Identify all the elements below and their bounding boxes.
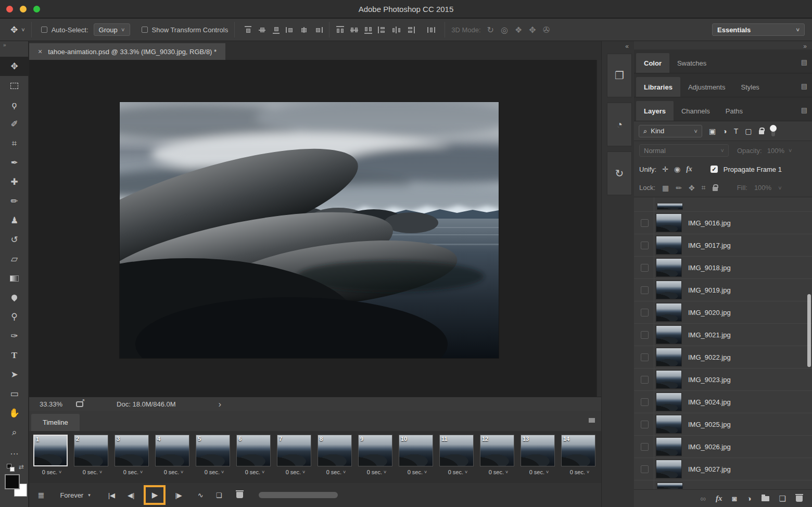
distribute-right-edges-icon[interactable]	[406, 26, 415, 34]
filter-shape-layers-icon[interactable]: ▢	[745, 127, 752, 135]
layer-row-partial[interactable]	[634, 480, 812, 489]
gradient-tool[interactable]	[0, 269, 29, 288]
layer-visibility-toggle[interactable]	[641, 376, 649, 384]
frame-delay-dropdown[interactable]: 0 sec. ˅	[358, 469, 395, 475]
duplicate-frame-button[interactable]: ❏	[216, 491, 222, 499]
layer-visibility-toggle[interactable]	[641, 421, 649, 428]
tab-channels[interactable]: Channels	[674, 101, 718, 121]
filter-adjustment-layers-icon[interactable]: ◑	[722, 127, 727, 135]
vertical-scrollbar[interactable]	[597, 60, 601, 397]
layer-visibility-toggle[interactable]	[641, 219, 649, 227]
timeline-frame[interactable]: 10 0 sec. ˅	[399, 435, 436, 483]
layer-style-icon[interactable]: fx	[716, 494, 722, 503]
collapsed-panel-button-2[interactable]: ◔	[607, 103, 632, 146]
canvas-area[interactable]	[29, 60, 601, 397]
convert-to-video-timeline-icon[interactable]: ≣	[37, 490, 44, 500]
rectangular-marquee-tool[interactable]	[0, 76, 29, 95]
layer-row[interactable]: IMG_9020.jpg	[634, 301, 812, 324]
layer-visibility-toggle[interactable]	[641, 309, 649, 316]
brush-tool[interactable]: ✏	[0, 192, 29, 211]
delete-frame-button[interactable]	[236, 492, 243, 498]
layer-visibility-toggle[interactable]	[641, 264, 649, 272]
link-layers-icon[interactable]: ∞	[700, 494, 706, 503]
swap-colors-icon[interactable]: ⇄	[19, 463, 24, 471]
distribute-bottom-edges-icon[interactable]	[364, 26, 373, 34]
timeline-frame[interactable]: 5 0 sec. ˅	[196, 435, 233, 483]
layer-thumbnail[interactable]	[656, 281, 682, 299]
tab-libraries[interactable]: Libraries	[636, 77, 680, 97]
frame-thumbnail[interactable]: 9	[358, 435, 392, 466]
document-tab[interactable]: × tahoe-animation.psd @ 33.3% (IMG_9030.…	[29, 43, 225, 60]
filter-toggle-switch[interactable]	[770, 125, 777, 137]
layer-visibility-toggle[interactable]	[641, 353, 649, 361]
propagate-frame-checkbox[interactable]: ✓	[710, 166, 718, 173]
layer-thumbnail[interactable]	[656, 437, 682, 456]
layer-row[interactable]: IMG_9022.jpg	[634, 346, 812, 369]
auto-select-checkbox[interactable]	[41, 27, 47, 33]
frame-delay-dropdown[interactable]: 0 sec. ˅	[521, 469, 557, 475]
tab-timeline[interactable]: Timeline	[31, 414, 80, 431]
zoom-tool[interactable]: ⌕	[0, 423, 29, 442]
adjustment-layer-icon[interactable]: ◑	[746, 494, 751, 503]
zoom-level-field[interactable]: 33.33%	[40, 400, 62, 408]
frame-thumbnail[interactable]: 3	[115, 435, 149, 466]
clone-stamp-tool[interactable]: ♟	[0, 211, 29, 230]
timeline-frame[interactable]: 13 0 sec. ˅	[521, 435, 557, 483]
frame-thumbnail[interactable]: 11	[439, 435, 474, 466]
timeline-frame[interactable]: 8 0 sec. ˅	[318, 435, 354, 483]
frame-thumbnail[interactable]: 10	[399, 435, 433, 466]
blend-mode-dropdown[interactable]: Normal ˅	[639, 144, 729, 157]
frame-delay-dropdown[interactable]: 0 sec. ˅	[155, 469, 192, 475]
timeline-frame[interactable]: 12 0 sec. ˅	[480, 435, 517, 483]
layer-thumbnail[interactable]	[656, 348, 682, 366]
drag-3d-icon[interactable]: ❖	[515, 25, 522, 35]
filter-pixel-layers-icon[interactable]: ▣	[709, 127, 716, 135]
type-tool[interactable]: T	[0, 346, 29, 365]
frame-delay-dropdown[interactable]: 0 sec. ˅	[480, 469, 517, 475]
panel-menu-icon[interactable]: ▤	[801, 58, 807, 66]
frame-thumbnail[interactable]: 2	[74, 435, 108, 466]
frame-delay-dropdown[interactable]: 0 sec. ˅	[115, 469, 151, 475]
tab-paths[interactable]: Paths	[718, 101, 751, 121]
next-frame-button[interactable]: |▶	[175, 491, 182, 499]
layer-visibility-toggle[interactable]	[641, 398, 649, 406]
layer-row[interactable]: IMG_9016.jpg	[634, 212, 812, 234]
move-tool[interactable]: ✥	[0, 57, 29, 76]
frame-thumbnail[interactable]: 13	[521, 435, 555, 466]
layer-thumbnail[interactable]	[656, 258, 682, 277]
tool-preset-chevron-icon[interactable]: ˅	[21, 27, 24, 33]
lock-all-icon[interactable]	[713, 187, 718, 191]
status-chevron-icon[interactable]: ›	[219, 399, 222, 410]
slide-3d-icon[interactable]: ✥	[529, 25, 536, 35]
frame-delay-dropdown[interactable]: 0 sec. ˅	[277, 469, 314, 475]
distribute-spacing-icon[interactable]	[427, 26, 436, 34]
timeline-frame[interactable]: 1 0 sec. ˅	[33, 435, 70, 483]
quick-selection-tool[interactable]: ✐	[0, 115, 29, 134]
blur-tool[interactable]	[0, 288, 29, 307]
spot-healing-brush-tool[interactable]: ✚	[0, 172, 29, 192]
tab-color[interactable]: Color	[636, 53, 669, 73]
opacity-value[interactable]: 100%	[767, 147, 784, 155]
export-icon[interactable]: ↗	[76, 401, 83, 407]
rectangle-shape-tool[interactable]: ▭	[0, 384, 29, 403]
tab-layers[interactable]: Layers	[636, 101, 674, 121]
canvas-image[interactable]	[120, 102, 499, 358]
new-layer-icon[interactable]: ❏	[779, 494, 786, 503]
close-window-button[interactable]	[6, 6, 13, 12]
layer-visibility-toggle[interactable]	[641, 465, 649, 473]
unify-style-icon[interactable]: fx	[686, 165, 692, 173]
collapse-panels-icon[interactable]: «	[625, 43, 629, 50]
layer-thumbnail[interactable]	[656, 370, 682, 389]
panel-menu-icon[interactable]: ▤	[801, 106, 807, 114]
tab-styles[interactable]: Styles	[733, 77, 767, 97]
filter-kind-dropdown[interactable]: ⌕ Kind ˅	[639, 125, 702, 137]
layer-visibility-toggle[interactable]	[641, 443, 649, 451]
align-bottom-edges-icon[interactable]	[272, 26, 281, 34]
minimize-window-button[interactable]	[20, 6, 27, 12]
expand-panels-icon[interactable]: »	[803, 43, 807, 50]
layer-row[interactable]: IMG_9021.jpg	[634, 324, 812, 346]
frame-delay-dropdown[interactable]: 0 sec. ˅	[318, 469, 354, 475]
new-group-icon[interactable]	[762, 496, 769, 501]
foreground-color-swatch[interactable]	[5, 474, 20, 489]
align-horizontal-centers-icon[interactable]	[300, 26, 309, 34]
